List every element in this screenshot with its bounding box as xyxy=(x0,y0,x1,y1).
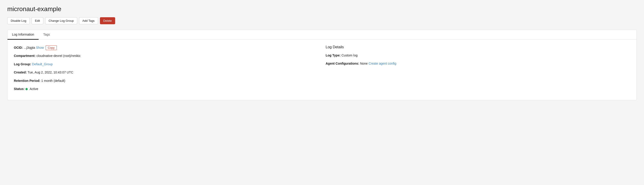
log-type-row: Log Type: Custom log xyxy=(326,53,630,58)
log-type-value: Custom log xyxy=(342,53,358,57)
ocid-value: ...j3qgta xyxy=(24,46,35,49)
disable-log-button[interactable]: Disable Log xyxy=(7,17,30,24)
retention-value: 1 month (default) xyxy=(41,79,66,83)
tabs-container: Log Information Tags OCID: ...j3qgta Sho… xyxy=(7,30,637,100)
log-group-label: Log Group: xyxy=(14,62,31,66)
tabs-header: Log Information Tags xyxy=(8,30,636,40)
compartment-value: cloudnative-devrel (root)/nmikic xyxy=(36,54,81,58)
created-row: Created: Tue, Aug 2, 2022, 10:43:07 UTC xyxy=(14,70,318,75)
tab-content-log-information: OCID: ...j3qgta Show Copy Compartment: c… xyxy=(8,40,636,100)
ocid-label: OCID: xyxy=(14,46,23,49)
delete-button[interactable]: Delete xyxy=(100,17,115,24)
page-title: micronaut-example xyxy=(7,5,637,13)
retention-label: Retention Period: xyxy=(14,79,40,83)
toolbar: Disable Log Edit Change Log Group Add Ta… xyxy=(7,17,637,24)
ocid-row: OCID: ...j3qgta Show Copy xyxy=(14,45,318,50)
copy-button[interactable]: Copy xyxy=(46,45,56,50)
created-label: Created: xyxy=(14,70,27,74)
compartment-row: Compartment: cloudnative-devrel (root)/n… xyxy=(14,53,318,58)
log-type-label: Log Type: xyxy=(326,53,340,57)
log-group-link[interactable]: Default_Group xyxy=(32,62,53,66)
created-value: Tue, Aug 2, 2022, 10:43:07 UTC xyxy=(28,70,73,74)
right-column: Log Details Log Type: Custom log Agent C… xyxy=(326,45,630,95)
retention-row: Retention Period: 1 month (default) xyxy=(14,78,318,83)
log-details-title: Log Details xyxy=(326,45,630,49)
agent-config-value: None xyxy=(360,62,368,65)
create-agent-config-link[interactable]: Create agent config xyxy=(368,62,396,65)
compartment-label: Compartment: xyxy=(14,54,36,58)
status-row: Status: Active xyxy=(14,86,318,91)
status-dot-icon xyxy=(26,88,28,90)
tab-log-information[interactable]: Log Information xyxy=(8,30,38,40)
agent-config-row: Agent Configurations: None Create agent … xyxy=(326,61,630,66)
status-label: Status: xyxy=(14,87,24,91)
status-value: Active xyxy=(30,87,38,91)
show-link[interactable]: Show xyxy=(36,46,44,49)
log-group-row: Log Group: Default_Group xyxy=(14,62,318,67)
tab-tags[interactable]: Tags xyxy=(38,30,54,40)
left-column: OCID: ...j3qgta Show Copy Compartment: c… xyxy=(14,45,318,95)
page-container: micronaut-example Disable Log Edit Chang… xyxy=(0,0,644,106)
change-log-group-button[interactable]: Change Log Group xyxy=(45,17,77,24)
content-grid: OCID: ...j3qgta Show Copy Compartment: c… xyxy=(14,45,630,95)
add-tags-button[interactable]: Add Tags xyxy=(79,17,98,24)
edit-button[interactable]: Edit xyxy=(32,17,43,24)
agent-config-label: Agent Configurations: xyxy=(326,62,359,65)
